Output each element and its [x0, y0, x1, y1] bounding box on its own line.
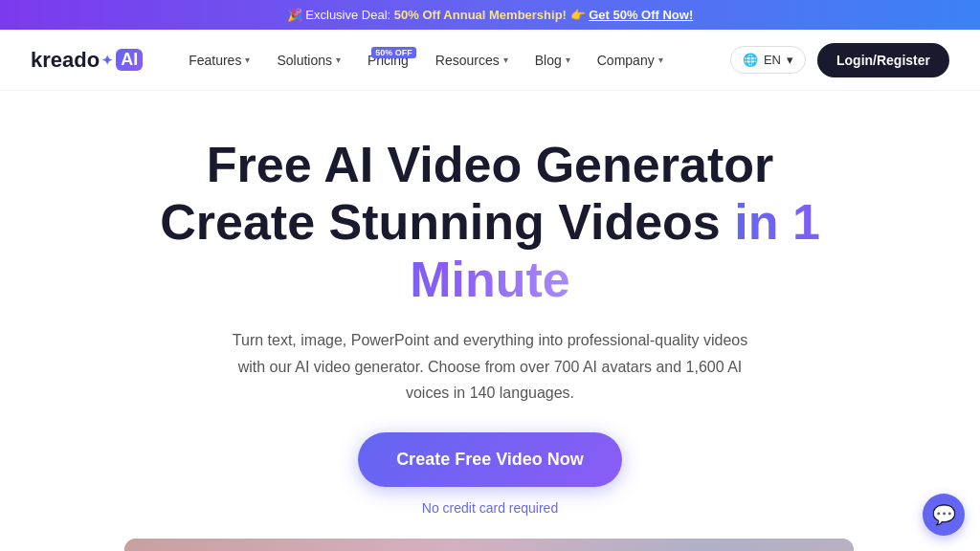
login-register-button[interactable]: Login/Register: [817, 43, 949, 77]
banner-cta-link[interactable]: Get 50% Off Now!: [589, 8, 693, 22]
logo[interactable]: kreado✦AI: [31, 48, 143, 73]
banner-prefix: 🎉 Exclusive Deal:: [287, 8, 390, 22]
nav-item-features[interactable]: Features ▾: [177, 45, 261, 76]
language-selector[interactable]: 🌐 EN ▾: [730, 46, 806, 74]
logo-ai-badge: AI: [116, 49, 143, 71]
chevron-down-icon: ▾: [503, 55, 508, 65]
chevron-down-icon: ▾: [566, 55, 570, 65]
nav-links: Features ▾ Solutions ▾ Pricing 50% OFF R…: [177, 45, 730, 76]
nav-item-solutions[interactable]: Solutions ▾: [265, 45, 352, 76]
hero-title: Free AI Video Generator Create Stunning …: [107, 137, 873, 308]
nav-right: 🌐 EN ▾ Login/Register: [730, 43, 949, 77]
chevron-down-icon: ▾: [245, 55, 250, 65]
nav-item-blog[interactable]: Blog ▾: [523, 45, 582, 76]
no-credit-text: No credit card required: [422, 500, 558, 516]
chevron-down-icon: ▾: [336, 55, 341, 65]
banner-cta-prefix: 👉: [570, 8, 586, 22]
nav-item-resources[interactable]: Resources ▾: [424, 45, 520, 76]
chevron-down-icon: ▾: [658, 55, 663, 65]
nav-item-company[interactable]: Company ▾: [586, 45, 675, 76]
lang-label: EN: [764, 53, 781, 67]
navbar: kreado✦AI Features ▾ Solutions ▾ Pricing…: [0, 30, 980, 91]
hero-subtitle: Turn text, image, PowerPoint and everyth…: [222, 327, 758, 406]
promo-banner: 🎉 Exclusive Deal: 50% Off Annual Members…: [0, 0, 980, 30]
create-free-video-button[interactable]: Create Free Video Now: [358, 432, 622, 487]
logo-text: kreado: [31, 48, 100, 73]
banner-highlight: 50% Off Annual Membership!: [394, 8, 567, 22]
video-preview: 🔇: [124, 539, 854, 551]
chat-support-button[interactable]: 💬: [923, 494, 965, 536]
nav-item-pricing[interactable]: Pricing 50% OFF: [356, 45, 420, 76]
globe-icon: 🌐: [743, 53, 758, 67]
hero-title-line2-plain: Create Stunning Videos: [160, 194, 721, 250]
pricing-badge: 50% OFF: [371, 47, 416, 58]
hero-title-line1: Free AI Video Generator: [207, 137, 773, 192]
chevron-down-icon: ▾: [787, 53, 793, 67]
chat-icon: 💬: [932, 503, 956, 526]
logo-star-icon: ✦: [101, 53, 113, 68]
hero-section: Free AI Video Generator Create Stunning …: [0, 91, 980, 539]
